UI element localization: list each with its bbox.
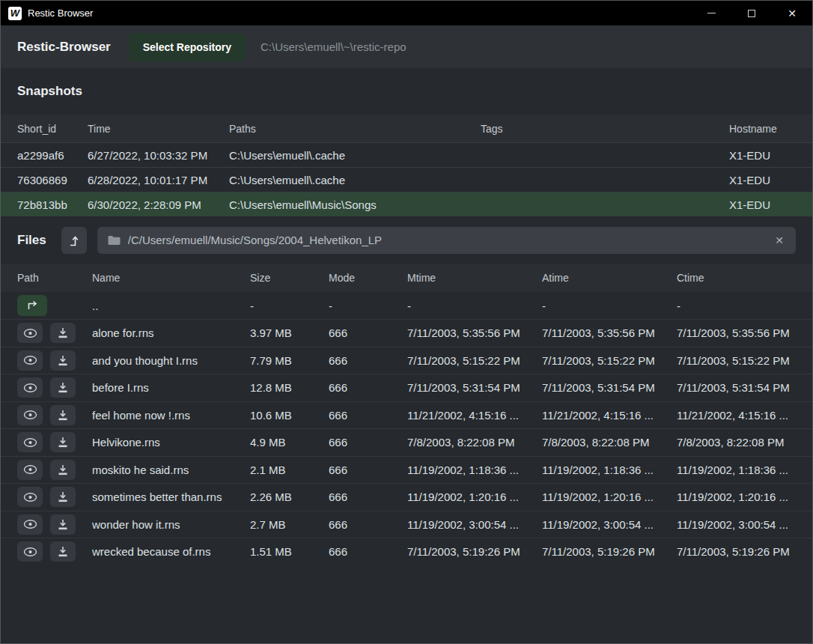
- view-file-button[interactable]: [17, 487, 43, 507]
- file-mtime: 11/19/2002, 1:20:16 ...: [407, 490, 542, 503]
- file-atime: 11/21/2002, 4:15:16 ...: [542, 409, 677, 422]
- col-name: Name: [92, 272, 250, 284]
- col-tags: Tags: [481, 123, 729, 135]
- file-size: 12.8 MB: [250, 381, 329, 394]
- eye-icon: [23, 328, 37, 338]
- maximize-button[interactable]: [731, 1, 772, 25]
- maximize-icon: [748, 10, 755, 17]
- download-file-button[interactable]: [50, 405, 76, 425]
- up-right-arrow-icon: [25, 300, 39, 311]
- download-icon: [57, 355, 69, 366]
- snapshot-hostname: X1-EDU: [729, 174, 796, 186]
- download-file-button[interactable]: [50, 460, 76, 480]
- select-repository-button[interactable]: Select Repository: [129, 33, 246, 61]
- file-size: 2.7 MB: [250, 518, 329, 531]
- minimize-button[interactable]: [691, 1, 731, 25]
- app-name: Restic-Browser: [17, 40, 111, 55]
- download-icon: [57, 327, 69, 338]
- file-ctime: 7/11/2003, 5:15:22 PM: [677, 354, 796, 367]
- file-ctime: 7/8/2003, 8:22:08 PM: [677, 436, 796, 449]
- file-atime: 7/11/2003, 5:19:26 PM: [542, 545, 677, 558]
- download-icon: [57, 464, 69, 476]
- file-ctime: 11/19/2002, 1:18:36 ...: [677, 464, 796, 476]
- file-mode: 666: [329, 409, 407, 422]
- download-file-button[interactable]: [50, 541, 76, 562]
- download-file-button[interactable]: [50, 350, 76, 371]
- window-controls: ✕: [691, 1, 812, 25]
- download-file-button[interactable]: [50, 514, 76, 535]
- file-mtime: 7/11/2003, 5:19:26 PM: [407, 545, 542, 558]
- clear-path-button[interactable]: ✕: [773, 234, 785, 246]
- file-row: wonder how it.rns 2.7 MB 666 11/19/2002,…: [1, 511, 812, 538]
- snapshot-row[interactable]: a2299af6 6/27/2022, 10:03:32 PM C:\Users…: [1, 142, 812, 167]
- file-size: 1.51 MB: [250, 545, 329, 558]
- file-atime: 11/19/2002, 1:20:16 ...: [542, 490, 677, 503]
- repository-path: C:\Users\emuell\~\restic-repo: [261, 40, 406, 53]
- file-row: and you thought I.rns 7.79 MB 666 7/11/2…: [1, 347, 812, 374]
- view-file-button[interactable]: [17, 323, 43, 343]
- snapshot-row[interactable]: 76306869 6/28/2022, 10:01:17 PM C:\Users…: [1, 167, 812, 192]
- file-size: 2.26 MB: [250, 490, 329, 503]
- file-name: sometimes better than.rns: [92, 490, 250, 503]
- col-size: Size: [250, 272, 329, 284]
- file-size: 10.6 MB: [250, 409, 329, 422]
- download-file-button[interactable]: [50, 432, 76, 452]
- folder-icon: [108, 235, 121, 246]
- file-mode: 666: [329, 518, 407, 531]
- view-file-button[interactable]: [17, 432, 43, 452]
- file-path-input[interactable]: /C/Users/emuell/Music/Songs/2004_Helveti…: [97, 227, 796, 254]
- parent-mtime: -: [407, 300, 542, 312]
- snapshot-hostname: X1-EDU: [729, 198, 796, 211]
- app-window: W Restic Browser ✕ Restic-Browser Select…: [0, 0, 813, 644]
- file-mode: 666: [329, 436, 407, 449]
- snapshot-row[interactable]: 72b813bb 6/30/2022, 2:28:09 PM C:\Users\…: [1, 192, 812, 216]
- file-row: sometimes better than.rns 2.26 MB 666 11…: [1, 483, 812, 511]
- eye-icon: [23, 519, 37, 529]
- col-mode: Mode: [329, 272, 407, 284]
- file-atime: 7/11/2003, 5:31:54 PM: [542, 381, 677, 394]
- close-button[interactable]: ✕: [772, 1, 812, 25]
- snapshot-time: 6/28/2022, 10:01:17 PM: [88, 174, 229, 186]
- download-file-button[interactable]: [50, 323, 76, 343]
- file-mode: 666: [329, 381, 407, 394]
- file-ctime: 11/21/2002, 4:15:16 ...: [677, 409, 796, 422]
- file-row: Helvikone.rns 4.9 MB 666 7/8/2003, 8:22:…: [1, 428, 812, 456]
- file-size: 2.1 MB: [250, 464, 329, 476]
- col-path: Path: [17, 272, 92, 284]
- view-file-button[interactable]: [17, 377, 43, 398]
- file-row: before I.rns 12.8 MB 666 7/11/2003, 5:31…: [1, 374, 812, 401]
- file-atime: 11/19/2002, 3:00:54 ...: [542, 518, 677, 531]
- file-mtime: 11/19/2002, 3:00:54 ...: [407, 518, 542, 531]
- file-mtime: 11/19/2002, 1:18:36 ...: [407, 464, 542, 476]
- view-file-button[interactable]: [17, 405, 43, 425]
- snapshot-time: 6/30/2022, 2:28:09 PM: [88, 198, 229, 211]
- snapshots-heading: Snapshots: [1, 68, 812, 115]
- snapshot-short-id: a2299af6: [17, 149, 88, 162]
- file-mtime: 7/8/2003, 8:22:08 PM: [407, 436, 542, 449]
- window-titlebar: W Restic Browser ✕: [1, 1, 812, 25]
- view-file-button[interactable]: [17, 350, 43, 371]
- toolbar: Restic-Browser Select Repository C:\User…: [1, 25, 812, 68]
- download-icon: [57, 382, 69, 393]
- view-file-button[interactable]: [17, 460, 43, 480]
- parent-name: ..: [92, 300, 250, 312]
- download-file-button[interactable]: [50, 377, 76, 398]
- file-mode: 666: [329, 354, 407, 367]
- col-hostname: Hostname: [729, 123, 796, 135]
- file-name: before I.rns: [92, 381, 250, 394]
- download-icon: [57, 546, 69, 557]
- file-row: moskito he said.rns 2.1 MB 666 11/19/200…: [1, 456, 812, 484]
- file-size: 7.79 MB: [250, 354, 329, 367]
- view-file-button[interactable]: [17, 514, 43, 535]
- eye-icon: [23, 492, 37, 502]
- file-size: 3.97 MB: [250, 326, 329, 339]
- goto-root-button[interactable]: [61, 227, 87, 254]
- download-file-button[interactable]: [50, 487, 76, 507]
- file-ctime: 7/11/2003, 5:19:26 PM: [677, 545, 796, 558]
- parent-dir-button[interactable]: [17, 295, 47, 316]
- clear-icon: ✕: [775, 234, 784, 246]
- snapshot-paths: C:\Users\emuell\Music\Songs: [229, 198, 481, 211]
- view-file-button[interactable]: [17, 541, 43, 562]
- file-name: and you thought I.rns: [92, 354, 250, 367]
- snapshot-hostname: X1-EDU: [729, 149, 796, 162]
